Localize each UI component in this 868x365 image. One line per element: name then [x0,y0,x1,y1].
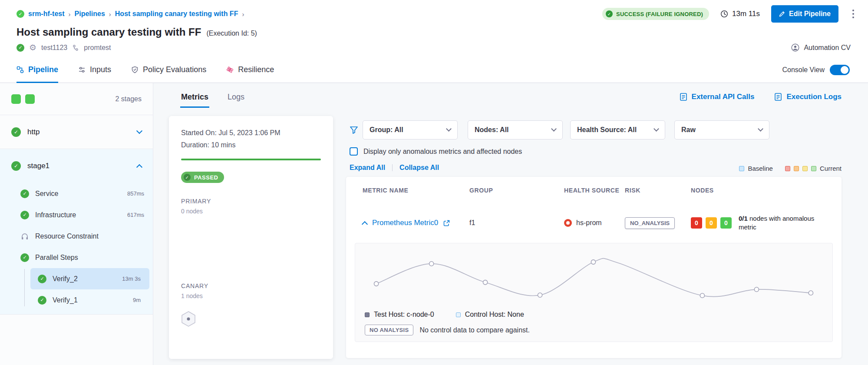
current-orange-swatch [794,166,799,171]
trigger-icon [72,44,79,51]
status-badge-label: SUCCESS (FAILURE IGNORED) [616,11,703,17]
divider [392,164,393,171]
health-source-filter-dropdown[interactable]: Health Source: All [570,120,665,139]
tab-inputs[interactable]: Inputs [78,57,111,83]
chevron-down-icon[interactable] [136,128,142,134]
test-host-swatch [365,312,370,317]
host-legend: Test Host: c-node-0 Control Host: None [355,309,832,320]
prometheus-health-source-icon [564,219,572,227]
tab-policy-evaluations[interactable]: Policy Evaluations [131,57,206,83]
step-resource-constraint[interactable]: Resource Constraint [0,226,153,247]
success-check-icon: ✓ [11,127,21,137]
header-actions: ✓ SUCCESS (FAILURE IGNORED) 13m 11s Edit… [602,5,857,23]
verify-tabs: Metrics Logs [180,91,245,108]
tab-pipeline[interactable]: Pipeline [17,57,58,83]
gear-icon: ⚙ [29,43,36,52]
current-label: Current [820,165,842,172]
collapse-all-link[interactable]: Collapse All [399,164,439,172]
execution-logs-label: Execution Logs [786,93,842,101]
analysis-status-row: NO ANALYSIS No control data to compare a… [355,320,832,342]
no-analysis-badge: NO ANALYSIS [365,325,413,335]
step-service[interactable]: ✓ Service 857ms [0,183,153,204]
control-host-label: Control Host: None [465,311,524,319]
metric-row: Prometheus Metric0 f1 hs-prom NO_ANALYSI… [346,204,842,242]
canary-node-hexagon[interactable] [181,311,321,327]
resource-constraint-icon [20,232,29,241]
step-duration: 857ms [127,190,144,197]
step-duration: 9m [133,297,141,303]
duration: Duration: 10 mins [181,141,321,149]
primary-label: PRIMARY [181,198,321,205]
tab-resilience-label: Resilience [238,65,274,74]
trigger-name: promtest [84,44,111,52]
success-check-icon: ✓ [20,189,29,198]
col-nodes: NODES [691,187,828,194]
edit-pipeline-label: Edit Pipeline [789,10,831,18]
stage-square-icon [11,94,21,104]
col-health-source: HEALTH SOURCE [564,187,625,194]
red-node-count: 0 [691,217,702,229]
top-header: ✓ srm-hf-test › Pipelines › Host samplin… [0,0,868,57]
expand-all-link[interactable]: Expand All [350,164,385,172]
step-service-label: Service [35,190,58,198]
test-host-label: Test Host: c-node-0 [374,311,434,319]
tab-resilience[interactable]: Resilience [226,57,274,83]
metrics-table-card: METRIC NAME GROUP HEALTH SOURCE RISK NOD… [346,177,842,358]
external-api-calls-label: External API Calls [692,93,755,101]
node-hexagon-icon [181,311,196,327]
step-verify-2-label: Verify_2 [53,275,78,283]
metric-chart [355,243,832,309]
step-verify-1[interactable]: ✓ Verify_1 9m [30,289,149,311]
nodes-cell: 0 0 0 0/1 nodes with anomalous metric [691,214,828,232]
orange-node-count: 0 [706,217,717,229]
step-details-panel: Metrics Logs Started On: Jul 5, 2023 1:0… [153,83,868,365]
step-infrastructure[interactable]: ✓ Infrastructure 617ms [0,204,153,226]
step-verify-2[interactable]: ✓ Verify_2 13m 3s [30,268,149,289]
stage-stage1-label: stage1 [27,162,50,170]
tab-logs[interactable]: Logs [227,91,245,108]
nodes-filter-value: Nodes: All [475,126,509,134]
external-api-calls-link[interactable]: External API Calls [680,93,755,101]
console-view-label: Console View [782,66,825,74]
chart-data-points [374,260,813,298]
filter-icon[interactable] [350,126,358,134]
chart-legend: Baseline Current [739,165,842,172]
control-host-item: Control Host: None [456,311,524,319]
nodes-ratio: 0/1 [739,215,748,222]
tab-inputs-label: Inputs [90,65,111,74]
stage-stage1[interactable]: ✓ stage1 [0,149,153,183]
title-row: Host sampling canary testing with FF (Ex… [0,23,868,38]
status-check-icon: ✓ [17,44,24,52]
step-parallel-steps[interactable]: ✓ Parallel Steps [0,247,153,268]
nodes-filter-dropdown[interactable]: Nodes: All [468,120,563,139]
tab-metrics[interactable]: Metrics [180,91,209,108]
breadcrumb-project[interactable]: srm-hf-test [28,10,65,18]
breadcrumb-pipelines[interactable]: Pipelines [75,10,105,18]
data-mode-dropdown[interactable]: Raw [674,120,769,139]
anomalous-filter-checkbox[interactable] [350,147,358,156]
metric-name-cell: Prometheus Metric0 [363,219,469,227]
metric-name-link[interactable]: Prometheus Metric0 [372,219,438,227]
edit-pipeline-button[interactable]: Edit Pipeline [771,5,838,23]
stage-http-label: http [27,128,40,136]
more-options-menu[interactable] [850,7,857,21]
chevron-down-icon [446,126,452,132]
verification-summary-card: Started On: Jul 5, 2023 1:06 PM Duration… [169,116,333,359]
console-view-toggle[interactable] [830,65,850,75]
collapse-chevron-icon[interactable] [362,221,368,227]
breadcrumb-pipeline-name[interactable]: Host sampling canary testing with FF [115,10,238,18]
chevron-up-icon[interactable] [136,164,142,170]
breadcrumb: ✓ srm-hf-test › Pipelines › Host samplin… [17,10,244,18]
health-source-cell: hs-prom [564,219,625,227]
log-links: External API Calls Execution Logs [680,93,842,101]
external-link-icon[interactable] [443,220,450,226]
chevron-down-icon [758,126,763,132]
group-filter-dropdown[interactable]: Group: All [363,120,458,139]
passed-badge: ✓ PASSED [181,172,224,183]
tab-policy-evaluations-label: Policy Evaluations [143,65,206,74]
stage-http[interactable]: ✓ http [0,115,153,149]
breadcrumb-separator: › [109,10,111,18]
execution-logs-link[interactable]: Execution Logs [774,93,842,101]
screen: ✓ srm-hf-test › Pipelines › Host samplin… [0,0,868,365]
pencil-icon [779,11,785,17]
